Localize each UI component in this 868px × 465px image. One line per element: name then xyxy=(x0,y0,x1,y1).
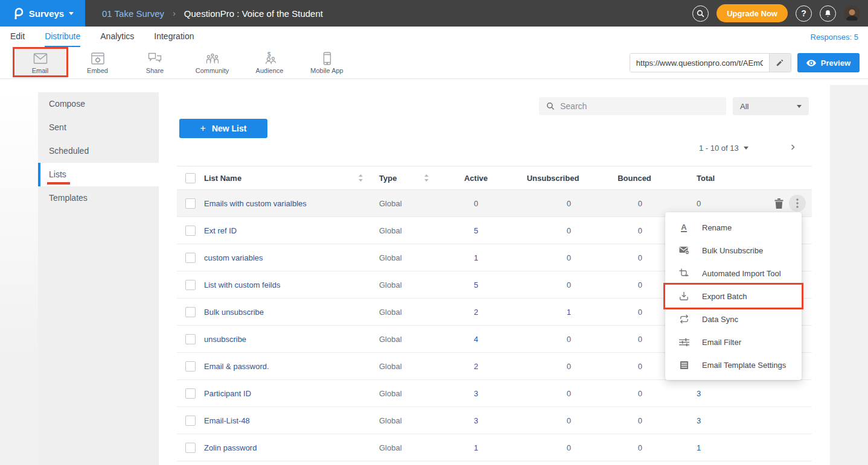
row-checkbox[interactable] xyxy=(185,443,196,453)
sidebar-item-templates[interactable]: Templates xyxy=(38,186,159,210)
search-icon xyxy=(546,102,555,110)
row-checkbox[interactable] xyxy=(185,198,196,209)
notifications-bell-icon[interactable] xyxy=(820,5,836,22)
row-checkbox[interactable] xyxy=(185,226,196,236)
tab-analytics[interactable]: Analytics xyxy=(100,27,134,47)
edit-url-pencil-icon[interactable] xyxy=(769,54,791,72)
list-name-link[interactable]: Participant ID xyxy=(204,389,366,398)
responses-count[interactable]: Responses: 5 xyxy=(811,33,859,42)
menu-item-rename[interactable]: A Rename xyxy=(665,216,802,239)
embed-icon xyxy=(91,51,104,65)
chevron-down-icon xyxy=(797,105,802,108)
row-checkbox[interactable] xyxy=(185,361,196,372)
help-icon[interactable]: ? xyxy=(796,5,812,22)
menu-item-email-template-settings[interactable]: Email Template Settings xyxy=(665,353,802,376)
new-list-button[interactable]: + New List xyxy=(179,119,267,138)
sidebar-item-lists[interactable]: Lists xyxy=(38,163,159,186)
list-name-link[interactable]: Ext ref ID xyxy=(204,226,366,235)
questionpro-logo-icon xyxy=(11,7,24,20)
row-menu-dots-icon[interactable] xyxy=(789,195,806,212)
export-batch-download-icon xyxy=(678,291,689,301)
unsubscribed-count: 0 xyxy=(505,280,601,289)
unsubscribed-count: 0 xyxy=(505,335,601,344)
breadcrumb-survey-link[interactable]: 01 Take Survey xyxy=(102,8,164,19)
tab-integration[interactable]: Integration xyxy=(154,27,194,47)
row-actions xyxy=(774,195,806,212)
email-icon xyxy=(33,51,48,65)
breadcrumb: 01 Take Survey › QuestionPro : Voice of … xyxy=(102,8,323,19)
sort-type-icon[interactable] xyxy=(424,174,429,182)
list-name-link[interactable]: Emails with custom varialbles xyxy=(204,199,366,208)
list-name-link[interactable]: custom variables xyxy=(204,253,366,262)
row-checkbox[interactable] xyxy=(185,416,196,426)
list-name-link[interactable]: List with custom feilds xyxy=(204,280,366,289)
channel-embed[interactable]: Embed xyxy=(70,48,125,78)
filter-selected-value: All xyxy=(740,102,748,111)
bounced-count: 0 xyxy=(601,389,668,398)
row-checkbox[interactable] xyxy=(185,334,196,344)
list-type: Global xyxy=(366,226,447,235)
channel-mobile-app[interactable]: Mobile App xyxy=(299,48,354,78)
row-checkbox[interactable] xyxy=(185,280,196,290)
list-name-link[interactable]: Bulk unsubscribe xyxy=(204,308,366,317)
sidebar-item-compose[interactable]: Compose xyxy=(38,92,159,116)
list-type: Global xyxy=(366,362,447,371)
row-checkbox[interactable] xyxy=(185,388,196,399)
channel-share[interactable]: Share xyxy=(127,48,182,78)
channel-audience[interactable]: $ Audience xyxy=(242,48,297,78)
delete-list-trash-icon[interactable] xyxy=(774,198,783,209)
preview-button[interactable]: Preview xyxy=(797,53,860,72)
channel-email[interactable]: Email xyxy=(13,48,68,78)
list-name-link[interactable]: Email & password. xyxy=(204,362,366,371)
sidebar-item-sent[interactable]: Sent xyxy=(38,116,159,139)
pagination-next-icon[interactable]: › xyxy=(791,139,795,153)
list-name-link[interactable]: unsubscribe xyxy=(204,335,366,344)
top-header-bar: Surveys 01 Take Survey › QuestionPro : V… xyxy=(0,0,868,27)
tab-edit[interactable]: Edit xyxy=(10,27,25,47)
menu-item-automated-import[interactable]: Automated Import Tool xyxy=(665,262,802,285)
search-icon[interactable] xyxy=(692,5,709,22)
search-input[interactable] xyxy=(560,101,719,111)
list-name-link[interactable]: Zolin password xyxy=(204,443,366,452)
channel-community[interactable]: Community xyxy=(185,48,240,78)
channel-label: Embed xyxy=(87,67,108,74)
pagination-range-dropdown[interactable]: 1 - 10 of 13 xyxy=(699,144,748,153)
list-filter-dropdown[interactable]: All xyxy=(733,97,809,115)
unsubscribed-count: 0 xyxy=(505,362,601,371)
menu-item-export-batch[interactable]: Export Batch xyxy=(665,285,802,308)
col-header-list-name: List Name xyxy=(204,174,241,183)
chevron-down-icon xyxy=(69,12,74,15)
bounced-count: 0 xyxy=(601,416,668,425)
avatar[interactable] xyxy=(844,5,860,22)
menu-item-email-filter[interactable]: Email Filter xyxy=(665,331,802,353)
sort-list-name-icon[interactable] xyxy=(358,174,363,182)
tab-distribute[interactable]: Distribute xyxy=(45,27,80,47)
plus-icon: + xyxy=(200,123,206,134)
list-type: Global xyxy=(366,335,447,344)
bounced-count: 0 xyxy=(601,362,668,371)
new-list-label: New List xyxy=(212,124,247,133)
active-count: 2 xyxy=(447,362,505,371)
select-all-checkbox[interactable] xyxy=(185,173,196,183)
chevron-down-icon xyxy=(744,147,748,150)
survey-url-input[interactable] xyxy=(630,54,769,72)
total-count: 0 xyxy=(668,199,749,208)
upgrade-now-button[interactable]: Upgrade Now xyxy=(716,4,788,22)
unsubscribed-count: 0 xyxy=(505,389,601,398)
list-type: Global xyxy=(366,280,447,289)
distribute-channel-toolbar: Email Embed Share Community $ Audience M… xyxy=(0,47,868,79)
row-checkbox[interactable] xyxy=(185,307,196,317)
list-search-box xyxy=(539,97,726,115)
audience-dollar-icon: $ xyxy=(263,51,277,65)
menu-item-bulk-unsubscribe[interactable]: Bulk Unsubscribe xyxy=(665,239,802,262)
sidebar-item-scheduled[interactable]: Scheduled xyxy=(38,139,159,163)
email-template-settings-icon xyxy=(678,361,689,370)
total-count: 3 xyxy=(668,416,749,425)
row-checkbox[interactable] xyxy=(185,253,196,263)
bulk-unsubscribe-icon xyxy=(678,246,689,255)
menu-item-data-sync[interactable]: Data Sync xyxy=(665,308,802,331)
bounced-count: 0 xyxy=(601,443,668,452)
list-name-link[interactable]: Email-List-48 xyxy=(204,416,366,425)
survey-nav-tabs: Edit Distribute Analytics Integration Re… xyxy=(0,27,868,47)
surveys-app-menu[interactable]: Surveys xyxy=(0,0,85,27)
